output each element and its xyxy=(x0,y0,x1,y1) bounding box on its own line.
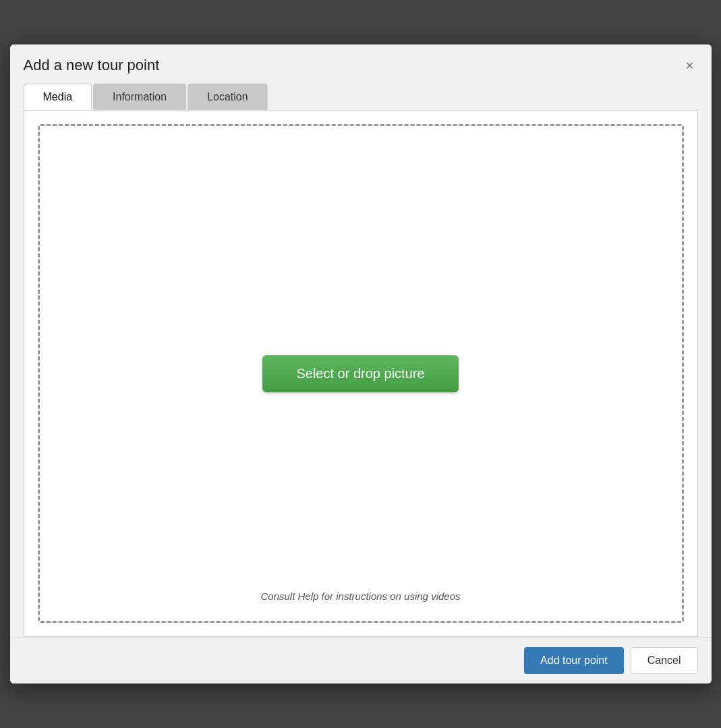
close-button[interactable]: × xyxy=(682,57,698,73)
modal-dialog: Add a new tour point × Media Information… xyxy=(10,44,712,684)
tab-information[interactable]: Information xyxy=(93,84,186,110)
modal-body: Select or drop picture Consult Help for … xyxy=(24,110,698,637)
tab-bar: Media Information Location xyxy=(24,84,698,110)
modal-header: Add a new tour point × xyxy=(10,44,712,74)
tab-location[interactable]: Location xyxy=(188,84,268,110)
tab-media[interactable]: Media xyxy=(24,84,92,110)
select-picture-button[interactable]: Select or drop picture xyxy=(262,355,458,392)
drop-zone-hint: Consult Help for instructions on using v… xyxy=(261,590,461,602)
drop-zone[interactable]: Select or drop picture Consult Help for … xyxy=(38,124,684,623)
cancel-button[interactable]: Cancel xyxy=(631,647,698,674)
modal-title: Add a new tour point xyxy=(24,57,160,74)
add-tour-point-button[interactable]: Add tour point xyxy=(524,647,624,674)
modal-footer: Add tour point Cancel xyxy=(10,637,712,684)
